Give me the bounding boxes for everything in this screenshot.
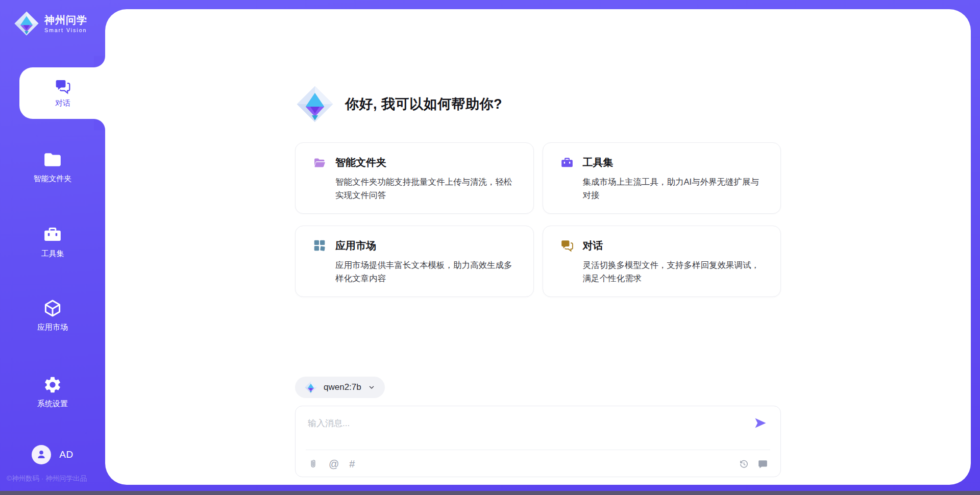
diamond-logo-icon xyxy=(304,381,317,394)
card-smart-folder[interactable]: 智能文件夹 智能文件夹功能支持批量文件上传与清洗，轻松实现文件问答 xyxy=(295,142,534,214)
diamond-logo-icon xyxy=(295,84,335,124)
paperclip-icon[interactable] xyxy=(308,459,318,469)
card-title: 应用市场 xyxy=(335,239,376,253)
app-subtitle: Smart Vision xyxy=(44,27,87,33)
card-toolset[interactable]: 工具集 集成市场上主流工具，助力AI与外界无缝扩展与对接 xyxy=(543,142,781,214)
sidebar-item-label: 对话 xyxy=(55,98,70,108)
bottom-scrollbar[interactable] xyxy=(0,491,980,495)
card-app-market[interactable]: 应用市场 应用市场提供丰富长文本模板，助力高效生成多样化文章内容 xyxy=(295,226,534,297)
main-panel: 你好, 我可以如何帮助你? 智能文件夹 智能文件夹功能支持批量文件上传与清洗，轻… xyxy=(105,9,971,485)
card-title: 智能文件夹 xyxy=(335,156,386,169)
sidebar-item-label: 应用市场 xyxy=(37,323,68,332)
sidebar-item-label: 工具集 xyxy=(41,249,64,259)
sidebar-item-label: 系统设置 xyxy=(37,399,68,409)
card-description: 应用市场提供丰富长文本模板，助力高效生成多样化文章内容 xyxy=(335,258,519,285)
user-profile[interactable]: AD xyxy=(0,445,105,464)
card-chat[interactable]: 对话 灵活切换多模型文件，支持多样回复效果调试，满足个性化需求 xyxy=(543,226,781,297)
diamond-logo-icon xyxy=(13,10,40,37)
model-selector[interactable]: qwen2:7b xyxy=(295,377,385,398)
message-icon[interactable] xyxy=(757,459,768,469)
sidebar-item-smart-folder[interactable]: 智能文件夹 xyxy=(0,150,105,184)
chat-icon xyxy=(55,78,71,94)
card-description: 智能文件夹功能支持批量文件上传与清洗，轻松实现文件问答 xyxy=(335,175,519,202)
avatar xyxy=(32,445,51,464)
toolbox-icon xyxy=(43,225,62,244)
cube-icon xyxy=(43,299,62,318)
copyright-text: ©神州数码 · 神州问学出品 xyxy=(7,474,87,483)
sidebar-item-label: 智能文件夹 xyxy=(34,174,72,184)
message-input[interactable] xyxy=(308,414,740,433)
send-icon xyxy=(754,416,767,430)
greeting-title: 你好, 我可以如何帮助你? xyxy=(345,95,502,113)
sidebar: 神州问学 Smart Vision 对话 智能文件夹 工具集 xyxy=(0,0,105,495)
composer-divider xyxy=(306,450,770,450)
toolbox-icon xyxy=(560,156,574,169)
greeting: 你好, 我可以如何帮助你? xyxy=(295,84,781,124)
app-name: 神州问学 xyxy=(44,14,87,26)
feature-cards: 智能文件夹 智能文件夹功能支持批量文件上传与清洗，轻松实现文件问答 工具集 集成… xyxy=(295,142,781,297)
user-label: AD xyxy=(59,449,73,460)
chat-icon xyxy=(560,239,574,252)
sidebar-item-chat[interactable]: 对话 xyxy=(19,67,106,119)
card-description: 灵活切换多模型文件，支持多样回复效果调试，满足个性化需求 xyxy=(583,258,767,285)
card-title: 工具集 xyxy=(583,156,614,169)
gear-icon xyxy=(43,375,62,394)
sidebar-item-app-market[interactable]: 应用市场 xyxy=(0,299,105,332)
app-logo: 神州问学 Smart Vision xyxy=(13,10,87,37)
message-composer: @ # xyxy=(295,406,781,477)
chevron-down-icon xyxy=(368,383,376,391)
sidebar-item-toolset[interactable]: 工具集 xyxy=(0,225,105,259)
card-title: 对话 xyxy=(583,239,603,253)
tab-connector-top xyxy=(94,56,105,67)
folder-icon xyxy=(43,150,62,169)
model-name: qwen2:7b xyxy=(324,382,361,392)
at-icon[interactable]: @ xyxy=(329,459,339,469)
folder-open-icon xyxy=(313,156,326,169)
grid-icon xyxy=(313,239,326,252)
send-button[interactable] xyxy=(754,416,767,430)
hash-icon[interactable]: # xyxy=(349,459,355,469)
card-description: 集成市场上主流工具，助力AI与外界无缝扩展与对接 xyxy=(583,175,767,202)
sidebar-item-settings[interactable]: 系统设置 xyxy=(0,375,105,409)
tab-connector-bottom xyxy=(94,119,105,130)
person-icon xyxy=(35,449,47,461)
history-icon[interactable] xyxy=(739,459,749,469)
